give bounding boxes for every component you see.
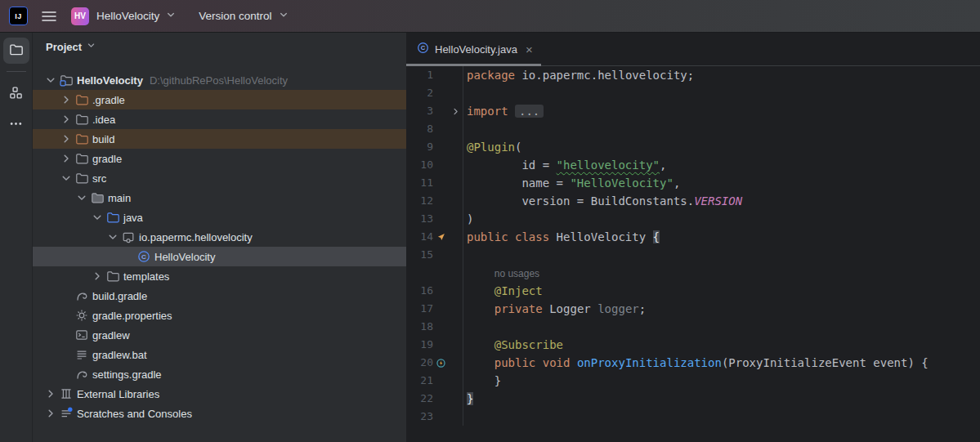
tree-item-idea[interactable]: .idea	[33, 109, 406, 129]
code-line-19[interactable]: 19 @Subscribe	[406, 336, 980, 354]
line-number[interactable]: 14	[406, 228, 433, 246]
project-panel-header[interactable]: Project	[33, 33, 406, 60]
code-line-17[interactable]: 17 private Logger logger;	[406, 300, 980, 318]
code-line-21[interactable]: 21 }	[406, 372, 980, 390]
chevron-right-icon[interactable]	[89, 270, 105, 283]
code-line-13[interactable]: 13)	[406, 210, 980, 228]
code-line-23[interactable]: 23	[406, 408, 980, 426]
tree-item-main[interactable]: main	[33, 188, 406, 208]
structure-toolwindow-button[interactable]	[3, 81, 29, 107]
tree-item-scratches-and-consoles[interactable]: Scratches and Consoles	[33, 404, 406, 423]
tree-item-gradle-properties[interactable]: gradle.properties	[33, 306, 406, 325]
line-number[interactable]: 21	[406, 372, 433, 390]
line-number[interactable]: 18	[406, 318, 433, 336]
more-tool-windows-button[interactable]	[3, 112, 29, 138]
line-number[interactable]: 20	[406, 354, 433, 372]
code-line-text: id = "hellovelocity",	[463, 156, 666, 174]
tree-item-gradle[interactable]: .gradle	[33, 90, 406, 109]
code-line-text: no usages	[463, 264, 539, 282]
editor-tab-title: HelloVelocity.java	[435, 43, 517, 56]
chevron-right-icon[interactable]	[43, 407, 59, 420]
subscribe-gutter-icon[interactable]	[433, 354, 449, 372]
code-line-text: private Logger logger;	[463, 300, 646, 318]
tree-item-templates[interactable]: templates	[33, 266, 406, 286]
chevron-down-icon[interactable]	[105, 230, 121, 243]
line-number[interactable]: 16	[406, 282, 433, 300]
line-number[interactable]: 3	[406, 102, 433, 120]
code-line-14[interactable]: 14public class HelloVelocity {	[406, 228, 980, 246]
line-number[interactable]	[406, 264, 433, 282]
gutter-icon-spacer	[433, 120, 449, 138]
editor-tab[interactable]: C HelloVelocity.java ×	[406, 33, 541, 65]
line-number[interactable]: 10	[406, 156, 433, 174]
code-line-3[interactable]: 3import ...	[406, 102, 980, 120]
line-number[interactable]: 11	[406, 174, 433, 192]
tree-item-gradlew-bat[interactable]: gradlew.bat	[33, 345, 406, 364]
code-line-22[interactable]: 22}	[406, 390, 980, 408]
code-editor[interactable]: 1package io.papermc.hellovelocity;23impo…	[406, 66, 980, 426]
tree-item-gradlew[interactable]: gradlew	[33, 325, 406, 345]
line-number[interactable]: 9	[406, 138, 433, 156]
code-line-8[interactable]: 8	[406, 120, 980, 138]
code-line-2[interactable]: 2	[406, 84, 980, 102]
class-icon: C	[136, 250, 151, 263]
tree-item-external-libraries[interactable]: External Libraries	[33, 384, 406, 404]
chevron-right-icon[interactable]	[58, 93, 74, 106]
editor-gutter: 23	[406, 408, 463, 426]
code-line-text: package io.papermc.hellovelocity;	[463, 66, 694, 84]
project-selector-button[interactable]: HelloVelocity	[96, 9, 177, 23]
code-line-18[interactable]: 18	[406, 318, 980, 336]
code-line-1[interactable]: 1package io.papermc.hellovelocity;	[406, 66, 980, 84]
close-icon[interactable]: ×	[526, 43, 533, 56]
chevron-right-icon[interactable]	[58, 113, 74, 126]
code-token: ,	[673, 176, 680, 190]
code-line-20[interactable]: 20 public void onProxyInitialization(Pro…	[406, 354, 980, 372]
tree-item-hellovelocity[interactable]: HelloVelocityD:\githubRePos\HelloVelocit…	[33, 70, 406, 90]
tree-item-gradle[interactable]: gradle	[33, 149, 406, 168]
chevron-down-icon[interactable]	[74, 191, 90, 204]
line-number[interactable]: 1	[406, 66, 433, 84]
project-toolwindow-button[interactable]	[3, 38, 29, 64]
project-badge[interactable]: HV	[71, 7, 89, 25]
chevron-right-icon[interactable]	[58, 132, 74, 145]
tree-item-settings-gradle[interactable]: settings.gradle	[33, 364, 406, 384]
fold-arrow-icon[interactable]	[449, 102, 463, 120]
chevron-down-icon[interactable]	[58, 172, 74, 185]
line-number[interactable]: 15	[406, 246, 433, 264]
tree-item-hellovelocity[interactable]: CHelloVelocity	[33, 247, 406, 266]
line-number[interactable]: 23	[406, 408, 433, 426]
code-line-11[interactable]: 11 name = "HelloVelocity",	[406, 174, 980, 192]
tree-item-java[interactable]: java	[33, 208, 406, 227]
fold-spacer	[449, 84, 463, 102]
version-control-menu[interactable]: Version control	[199, 9, 289, 23]
code-line-9[interactable]: 9@Plugin(	[406, 138, 980, 156]
code-line-text	[463, 120, 467, 138]
code-line-15[interactable]: 15	[406, 246, 980, 264]
gutter-icon-spacer	[433, 174, 449, 192]
tree-item-build-gradle[interactable]: build.gradle	[33, 286, 406, 306]
code-line-10[interactable]: 10 id = "hellovelocity",	[406, 156, 980, 174]
line-number[interactable]: 12	[406, 192, 433, 210]
project-selector-label: HelloVelocity	[96, 10, 159, 22]
line-number[interactable]: 2	[406, 84, 433, 102]
line-number[interactable]: 22	[406, 390, 433, 408]
chevron-down-icon[interactable]	[43, 74, 59, 87]
line-number[interactable]: 13	[406, 210, 433, 228]
code-line-12[interactable]: 12 version = BuildConstants.VERSION	[406, 192, 980, 210]
line-number[interactable]: 8	[406, 120, 433, 138]
plugin-gutter-icon[interactable]	[433, 228, 449, 246]
tree-item-build[interactable]: build	[33, 129, 406, 149]
tree-item-src[interactable]: src	[33, 168, 406, 188]
chevron-down-icon[interactable]	[89, 211, 105, 224]
line-number[interactable]: 19	[406, 336, 433, 354]
gutter-icon-spacer	[433, 264, 449, 282]
hamburger-menu-icon[interactable]	[42, 11, 56, 22]
chevron-right-icon[interactable]	[43, 387, 59, 400]
chevron-right-icon[interactable]	[58, 152, 74, 165]
code-line-16[interactable]: 16 @Inject	[406, 282, 980, 300]
line-number[interactable]: 17	[406, 300, 433, 318]
tree-item-io-papermc-hellovelocity[interactable]: io.papermc.hellovelocity	[33, 227, 406, 247]
intellij-logo-icon[interactable]: IJ	[9, 7, 28, 25]
application-window: IJ HV HelloVelocity Version control Proj…	[0, 0, 980, 442]
code-inlay-line[interactable]: no usages	[406, 264, 980, 282]
